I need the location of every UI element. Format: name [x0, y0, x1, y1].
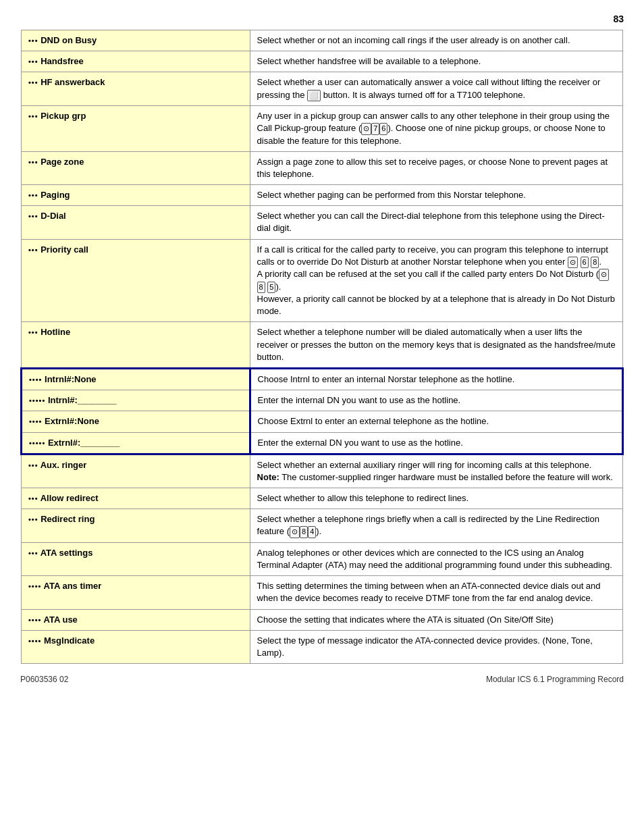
table-row: ••• PagingSelect whether paging can be p… — [22, 185, 623, 206]
row-label: •••• Extrnl#:None — [22, 411, 250, 432]
row-desc: Choose the setting that indicates where … — [250, 609, 622, 630]
row-label: ••• D-Dial — [22, 206, 250, 239]
table-row: ••••• Extrnl#:________Enter the external… — [22, 432, 623, 454]
row-desc: Enter the external DN you want to use as… — [250, 432, 622, 454]
table-row: ••• Redirect ringSelect whether a teleph… — [22, 509, 623, 543]
row-desc: Select whether a user can automatically … — [250, 72, 622, 106]
dots: ••• — [28, 328, 38, 336]
table-row: ••• Pickup grpAny user in a pickup group… — [22, 105, 623, 151]
row-label: ••• DND on Busy — [22, 30, 250, 51]
footer-left: P0603536 02 — [20, 675, 68, 684]
dots: ••• — [28, 515, 38, 523]
dots: ••••• — [29, 439, 45, 447]
row-desc: Select whether to allow this telephone t… — [250, 488, 622, 509]
row-desc: Choose Intrnl to enter an internal Norst… — [250, 368, 622, 390]
row-desc: Select whether you can call the Direct-d… — [250, 206, 622, 239]
row-desc: Assign a page zone to allow this set to … — [250, 151, 622, 184]
row-label: ••• Aux. ringer — [22, 454, 250, 488]
dots: ••• — [28, 57, 38, 66]
table-row: ••• Allow redirectSelect whether to allo… — [22, 488, 623, 509]
dots: ••• — [28, 36, 38, 45]
table-row: •••• ATA ans timerThis setting determine… — [22, 576, 623, 609]
table-row: •••• Intrnl#:NoneChoose Intrnl to enter … — [22, 368, 623, 390]
table-row: ••• Page zoneAssign a page zone to allow… — [22, 151, 623, 184]
dots: ••• — [28, 191, 38, 199]
row-desc: Any user in a pickup group can answer ca… — [250, 105, 622, 151]
table-row: ••• ATA settingsAnalog telephones or oth… — [22, 542, 623, 575]
row-desc: Choose Extrnl to enter an external telep… — [250, 411, 622, 432]
table-row: ••• HotlineSelect whether a telephone nu… — [22, 322, 623, 369]
table-row: •••• ATA useChoose the setting that indi… — [22, 609, 623, 630]
row-desc: Enter the internal DN you want to use as… — [250, 390, 622, 411]
dots: •••• — [29, 375, 42, 384]
dots: •••• — [28, 582, 41, 590]
row-label: ••• Paging — [22, 185, 250, 206]
row-label: ••• Allow redirect — [22, 488, 250, 509]
dots: ••• — [28, 494, 38, 502]
footer: P0603536 02 Modular ICS 6.1 Programming … — [20, 675, 624, 684]
row-desc: This setting determines the timing betwe… — [250, 576, 622, 609]
row-desc: Select whether an external auxiliary rin… — [250, 454, 622, 488]
row-label: •••• ATA use — [22, 609, 250, 630]
dots: •••• — [28, 637, 41, 645]
row-label: ••• Priority call — [22, 239, 250, 322]
main-table: ••• DND on BusySelect whether or not an … — [20, 30, 624, 664]
table-row: ••••• Intrnl#:________Enter the internal… — [22, 390, 623, 411]
dots: •••• — [29, 417, 42, 425]
dots: ••• — [28, 549, 38, 557]
dots: •••• — [28, 616, 41, 624]
row-desc: Select whether paging can be performed f… — [250, 185, 622, 206]
footer-right: Modular ICS 6.1 Programming Record — [486, 675, 624, 684]
row-label: ••• HF answerback — [22, 72, 250, 106]
row-label: ••• ATA settings — [22, 542, 250, 575]
table-row: ••• DND on BusySelect whether or not an … — [22, 30, 623, 51]
dots: ••• — [28, 112, 38, 120]
row-label: ••• Handsfree — [22, 51, 250, 72]
row-label: •••• MsgIndicate — [22, 630, 250, 663]
table-row: ••• Priority callIf a call is critical f… — [22, 239, 623, 322]
row-desc: Select whether a telephone rings briefly… — [250, 509, 622, 543]
table-row: ••• Aux. ringerSelect whether an externa… — [22, 454, 623, 488]
row-label: ••••• Intrnl#:________ — [22, 390, 250, 411]
row-label: ••• Pickup grp — [22, 105, 250, 151]
page-number: 83 — [20, 14, 624, 24]
row-label: ••••• Extrnl#:________ — [22, 432, 250, 454]
dots: ••••• — [29, 396, 45, 405]
dots: ••• — [28, 461, 38, 469]
dots: ••• — [28, 78, 38, 86]
row-label: •••• ATA ans timer — [22, 576, 250, 609]
row-label: •••• Intrnl#:None — [22, 368, 250, 390]
row-desc: Select whether handsfree will be availab… — [250, 51, 622, 72]
table-row: •••• MsgIndicateSelect the type of messa… — [22, 630, 623, 663]
row-desc: Analog telephones or other devices which… — [250, 542, 622, 575]
table-row: ••• D-DialSelect whether you can call th… — [22, 206, 623, 239]
row-desc: Select whether a telephone number will b… — [250, 322, 622, 369]
row-label: ••• Hotline — [22, 322, 250, 369]
row-desc: Select whether or not an incoming call r… — [250, 30, 622, 51]
row-label: ••• Redirect ring — [22, 509, 250, 543]
dots: ••• — [28, 246, 38, 254]
table-row: •••• Extrnl#:NoneChoose Extrnl to enter … — [22, 411, 623, 432]
table-row: ••• HF answerbackSelect whether a user c… — [22, 72, 623, 106]
row-desc: If a call is critical for the called par… — [250, 239, 622, 322]
row-label: ••• Page zone — [22, 151, 250, 184]
dots: ••• — [28, 212, 38, 220]
row-desc: Select the type of message indicator the… — [250, 630, 622, 663]
table-row: ••• HandsfreeSelect whether handsfree wi… — [22, 51, 623, 72]
dots: ••• — [28, 158, 38, 166]
